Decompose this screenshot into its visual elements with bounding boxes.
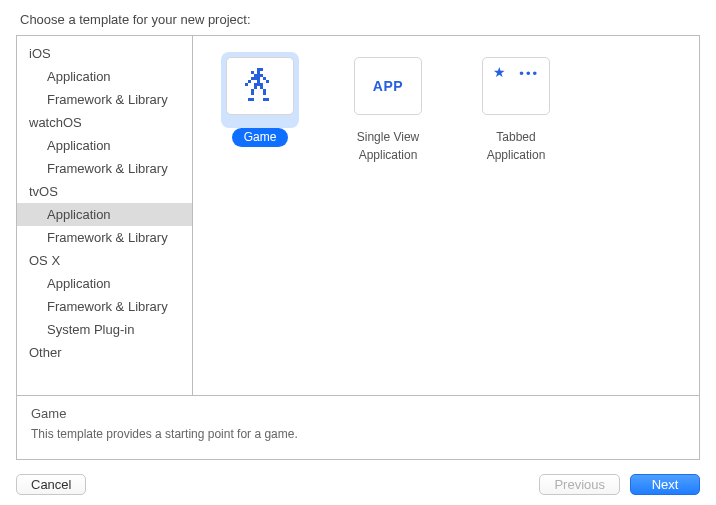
template-item-single-view[interactable]: APP Single View Application — [341, 52, 435, 165]
sidebar-item-osx-system-plugin[interactable]: System Plug-in — [17, 318, 192, 341]
cancel-button[interactable]: Cancel — [16, 474, 86, 495]
template-item-game[interactable]: Game — [213, 52, 307, 147]
game-sprite-icon — [226, 57, 294, 115]
template-label: Game — [232, 128, 289, 147]
sidebar-item-watchos-framework[interactable]: Framework & Library — [17, 157, 192, 180]
sidebar-item-watchos-application[interactable]: Application — [17, 134, 192, 157]
next-button[interactable]: Next — [630, 474, 700, 495]
template-label-line2: Application — [477, 148, 556, 165]
template-label: Single View — [347, 128, 429, 147]
dialog-header: Choose a template for your new project: — [20, 12, 700, 27]
sidebar-item-ios-application[interactable]: Application — [17, 65, 192, 88]
description-title: Game — [31, 406, 685, 421]
previous-button: Previous — [539, 474, 620, 495]
dots-icon: ••• — [519, 66, 539, 81]
tabbed-top-icon: ★ ••• — [482, 57, 550, 115]
sidebar: iOS Application Framework & Library watc… — [17, 36, 193, 395]
app-text-icon: APP — [354, 57, 422, 115]
description-panel: Game This template provides a starting p… — [17, 395, 699, 459]
template-label-line2: Application — [349, 148, 428, 165]
description-text: This template provides a starting point … — [31, 427, 685, 441]
sidebar-item-tvos-application[interactable]: Application — [17, 203, 192, 226]
template-item-tabbed[interactable]: ★ ••• Tabbed Application — [469, 52, 563, 165]
sidebar-category-osx[interactable]: OS X — [17, 249, 192, 272]
sidebar-category-watchos[interactable]: watchOS — [17, 111, 192, 134]
sidebar-item-tvos-framework[interactable]: Framework & Library — [17, 226, 192, 249]
sidebar-category-ios[interactable]: iOS — [17, 42, 192, 65]
sidebar-item-osx-framework[interactable]: Framework & Library — [17, 295, 192, 318]
star-icon: ★ — [493, 64, 506, 80]
template-chooser-dialog: Choose a template for your new project: … — [0, 0, 716, 505]
sidebar-category-tvos[interactable]: tvOS — [17, 180, 192, 203]
sidebar-item-osx-application[interactable]: Application — [17, 272, 192, 295]
template-label: Tabbed — [486, 128, 545, 147]
main-panel: iOS Application Framework & Library watc… — [16, 35, 700, 460]
sidebar-item-ios-framework[interactable]: Framework & Library — [17, 88, 192, 111]
sidebar-category-other[interactable]: Other — [17, 341, 192, 364]
footer: Cancel Previous Next — [16, 474, 700, 495]
template-grid: Game APP Single View Application — [193, 36, 699, 395]
upper-area: iOS Application Framework & Library watc… — [17, 36, 699, 395]
